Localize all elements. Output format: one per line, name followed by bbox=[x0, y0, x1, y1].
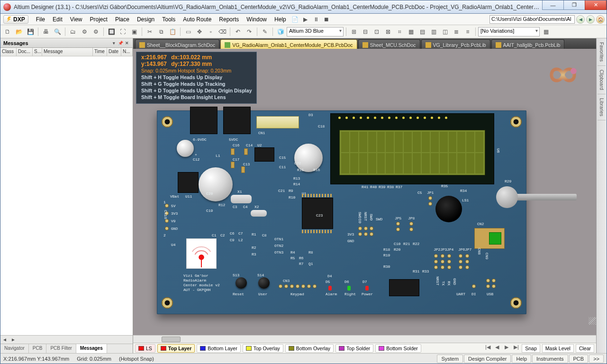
layer-botsolder[interactable]: Bottom Solder bbox=[375, 344, 421, 353]
undo-icon[interactable]: ↶ bbox=[233, 27, 243, 37]
side-favorites[interactable]: Favorites bbox=[598, 38, 606, 66]
menu-edit[interactable]: Edit bbox=[49, 15, 66, 24]
paste-icon[interactable]: 📋 bbox=[167, 27, 178, 37]
dxp-menu[interactable]: DXP bbox=[3, 15, 28, 24]
layer-nav-first[interactable]: |◀ bbox=[484, 344, 491, 353]
nav-back-button[interactable]: ◀ bbox=[576, 15, 585, 24]
pause-icon[interactable]: ⏸ bbox=[311, 14, 321, 25]
minimize-button[interactable]: — bbox=[542, 0, 564, 10]
snap-button[interactable]: Snap bbox=[522, 344, 540, 353]
tb-d[interactable]: ⊠ bbox=[383, 27, 393, 37]
layer-topoverlay[interactable]: Top Overlay bbox=[243, 344, 283, 353]
layer-topsolder[interactable]: Top Solder bbox=[335, 344, 373, 353]
move-icon[interactable]: ✥ bbox=[194, 27, 205, 37]
menu-place[interactable]: Place bbox=[111, 15, 133, 24]
panel-pin-icon[interactable]: 📌 bbox=[118, 40, 123, 46]
print-icon[interactable]: 🖶 bbox=[41, 27, 51, 37]
zoom-fit-icon[interactable]: ⛶ bbox=[118, 27, 128, 37]
menu-file[interactable]: File bbox=[32, 15, 49, 24]
path-field[interactable]: C:\Users\Vizi Gábor\Documents\Al bbox=[489, 15, 575, 24]
select-icon[interactable]: ▭ bbox=[183, 27, 193, 37]
grid-icon[interactable]: ▦ bbox=[541, 27, 551, 37]
resize-grip[interactable] bbox=[589, 317, 596, 325]
tb-e[interactable]: ⌗ bbox=[394, 27, 405, 37]
menu-help[interactable]: Help bbox=[271, 15, 290, 24]
menu-window[interactable]: Window bbox=[243, 15, 271, 24]
new-icon[interactable]: 🗋 bbox=[2, 27, 13, 37]
tb-f[interactable]: ▦ bbox=[406, 27, 416, 37]
nav-fwd-button[interactable]: ▶ bbox=[586, 15, 595, 24]
tb-a[interactable]: ⊞ bbox=[349, 27, 359, 37]
foot-tab-pcbfilter[interactable]: PCB Filter bbox=[46, 344, 76, 353]
tab-vglib[interactable]: VG_Library_Pcb.PcbLib bbox=[421, 39, 490, 49]
tb-g[interactable]: ▤ bbox=[417, 27, 427, 37]
cut-icon[interactable]: ✂ bbox=[145, 27, 155, 37]
masklevel-button[interactable]: Mask Level bbox=[542, 344, 574, 353]
tab-mcu[interactable]: Sheet_MCU.SchDoc bbox=[358, 39, 420, 49]
compile2-icon[interactable]: ⚙ bbox=[91, 27, 101, 37]
deselect-icon[interactable]: ▫ bbox=[206, 27, 216, 37]
script-icon[interactable]: 📄 bbox=[290, 14, 300, 25]
tb-h[interactable]: ▥ bbox=[428, 27, 439, 37]
zoom-sel-icon[interactable]: ▣ bbox=[129, 27, 139, 37]
side-clipboard[interactable]: Clipboard bbox=[598, 66, 606, 94]
button-user bbox=[258, 277, 270, 289]
panel-close-icon[interactable]: ✕ bbox=[124, 40, 130, 46]
foot-tab-pcb[interactable]: PCB bbox=[29, 344, 47, 353]
maximize-button[interactable]: ❐ bbox=[563, 0, 585, 10]
zoom-area-icon[interactable]: 🔲 bbox=[106, 27, 117, 37]
layer-nav-last[interactable]: ▶| bbox=[512, 344, 520, 353]
status-designcompiler[interactable]: Design Compiler bbox=[464, 355, 511, 363]
foot-tab-navigator[interactable]: Navigator bbox=[0, 344, 29, 353]
copy-icon[interactable]: ⧉ bbox=[156, 27, 166, 37]
nav-left[interactable]: ◄ bbox=[0, 337, 9, 342]
status-system[interactable]: System bbox=[437, 355, 463, 363]
compile-icon[interactable]: ⚙ bbox=[79, 27, 90, 37]
menu-reports[interactable]: Reports bbox=[215, 15, 243, 24]
crossprobe-icon[interactable]: ✎ bbox=[260, 27, 270, 37]
side-libraries[interactable]: Libraries bbox=[598, 94, 606, 120]
menu-view[interactable]: View bbox=[66, 15, 86, 24]
view-config-select[interactable]: Altium 3D Blue bbox=[287, 27, 344, 36]
panel-menu-icon[interactable]: ▾ bbox=[111, 40, 117, 46]
status-help[interactable]: Help bbox=[512, 355, 531, 363]
menu-design[interactable]: Design bbox=[133, 15, 158, 24]
workspace-icon[interactable]: 🗂 bbox=[68, 27, 78, 37]
tab-pcb[interactable]: VG_RadioAlarm_Onlab1_CenterModule_PCB.Pc… bbox=[220, 39, 357, 49]
tb-c[interactable]: ⊡ bbox=[371, 27, 382, 37]
tab-blockdiagram[interactable]: Sheet__BlockDiagram.SchDoc bbox=[135, 39, 219, 49]
layer-bottom[interactable]: Bottom Layer bbox=[197, 344, 240, 353]
layer-nav-next[interactable]: ▶ bbox=[503, 344, 510, 353]
layer-nav-prev[interactable]: ◀ bbox=[493, 344, 501, 353]
menu-autoroute[interactable]: Auto Route bbox=[179, 15, 215, 24]
redo-icon[interactable]: ↷ bbox=[244, 27, 254, 37]
clear-sel-icon[interactable]: ⌫ bbox=[217, 27, 227, 37]
tb-j[interactable]: ≣ bbox=[451, 27, 462, 37]
save-icon[interactable]: 💾 bbox=[25, 27, 36, 37]
layer-top[interactable]: Top Layer bbox=[157, 344, 195, 353]
tb-i[interactable]: ◫ bbox=[440, 27, 450, 37]
menu-project[interactable]: Project bbox=[86, 15, 111, 24]
layer-botoverlay[interactable]: Bottom Overlay bbox=[285, 344, 334, 353]
status-more[interactable]: >> bbox=[589, 355, 604, 363]
status-pcb[interactable]: PCB bbox=[569, 355, 589, 363]
tab-aaitlib[interactable]: AAIT_hallglib_Pcb.PcbLib bbox=[491, 39, 565, 49]
run-icon[interactable]: ▶ bbox=[300, 14, 311, 25]
layer-ls[interactable]: LS bbox=[135, 344, 155, 353]
clear-button[interactable]: Clear bbox=[576, 344, 594, 353]
pcb-canvas[interactable]: x:216.967 dx:103.022 mm y:143.967 dy:127… bbox=[133, 49, 596, 335]
nav-home-button[interactable]: 🏠 bbox=[596, 15, 605, 24]
stop-icon[interactable]: ⏹ bbox=[321, 14, 332, 25]
variation-select[interactable]: [No Variations] bbox=[478, 27, 540, 36]
h-scrollbar[interactable] bbox=[133, 335, 596, 343]
tb-k[interactable]: ≡ bbox=[462, 27, 473, 37]
foot-tab-messages[interactable]: Messages bbox=[76, 344, 107, 353]
preview-icon[interactable]: 🔍 bbox=[52, 27, 63, 37]
close-button[interactable]: ✕ bbox=[585, 0, 607, 10]
open-icon[interactable]: 📂 bbox=[14, 27, 24, 37]
nav-right[interactable]: ► bbox=[9, 337, 18, 342]
tb-b[interactable]: ⊟ bbox=[360, 27, 371, 37]
3d-icon[interactable]: 🧊 bbox=[275, 27, 286, 37]
status-instruments[interactable]: Instruments bbox=[532, 355, 568, 363]
menu-tools[interactable]: Tools bbox=[158, 15, 179, 24]
